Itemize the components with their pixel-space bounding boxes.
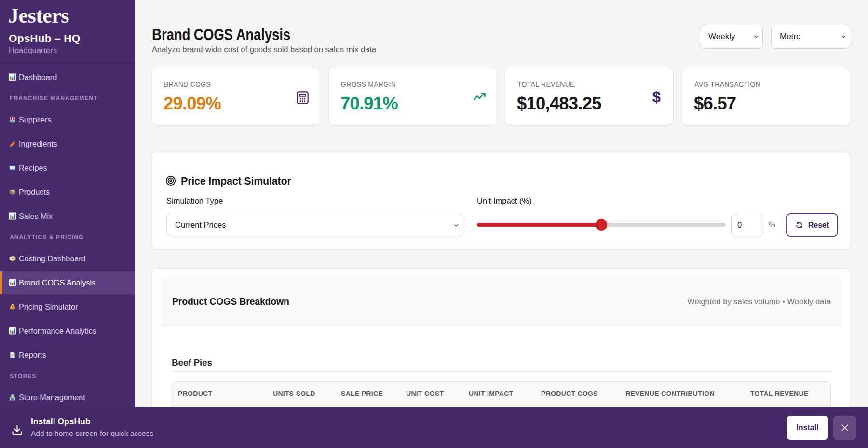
svg-text:24: 24	[12, 395, 14, 397]
